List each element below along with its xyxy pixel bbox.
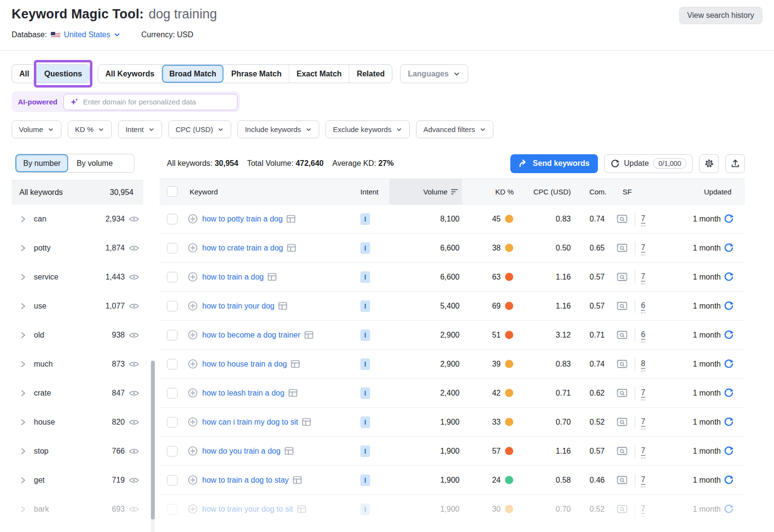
sidebar-scrollbar-thumb[interactable]: [151, 361, 155, 519]
chevron-right-icon[interactable]: [19, 418, 27, 426]
serp-preview-icon[interactable]: [287, 244, 296, 252]
eye-icon[interactable]: [129, 360, 139, 368]
keyword-group-item[interactable]: much 873: [12, 350, 143, 379]
serp-preview-icon[interactable]: [293, 476, 302, 484]
row-checkbox[interactable]: [167, 243, 178, 253]
row-checkbox[interactable]: [167, 446, 178, 457]
keyword-group-item[interactable]: use 1,077: [12, 292, 143, 321]
row-checkbox[interactable]: [167, 504, 178, 515]
column-header-volume[interactable]: Volume: [389, 179, 462, 204]
column-header-com[interactable]: Com.: [571, 179, 607, 204]
serp-features-button[interactable]: [617, 234, 627, 262]
database-selector[interactable]: United States: [64, 30, 110, 39]
serp-features-button[interactable]: [617, 350, 627, 378]
filter-dropdown[interactable]: Exclude keywords: [326, 120, 410, 138]
keyword-link[interactable]: how to train your dog to sit: [202, 505, 293, 514]
eye-icon[interactable]: [129, 302, 139, 310]
serp-preview-icon[interactable]: [302, 418, 311, 426]
update-button[interactable]: Update 0/1,000: [604, 154, 693, 173]
add-keyword-button[interactable]: [188, 466, 198, 494]
keyword-link[interactable]: how to house train a dog: [202, 360, 287, 369]
eye-icon[interactable]: [129, 215, 139, 223]
chevron-right-icon[interactable]: [19, 331, 27, 339]
add-keyword-button[interactable]: [188, 321, 198, 349]
keyword-group-item[interactable]: old 938: [12, 321, 143, 350]
keyword-link[interactable]: how to train a dog to stay: [202, 476, 289, 485]
eye-icon[interactable]: [129, 389, 139, 397]
refresh-metrics-button[interactable]: [724, 379, 734, 407]
keyword-group-item[interactable]: get 719: [12, 466, 143, 495]
serp-preview-icon[interactable]: [291, 360, 300, 368]
serp-preview-icon[interactable]: [284, 447, 294, 455]
keyword-link[interactable]: how to train a dog: [202, 273, 264, 281]
keyword-group-item[interactable]: potty 1,874: [12, 234, 143, 263]
eye-icon[interactable]: [129, 244, 139, 252]
chevron-right-icon[interactable]: [19, 389, 27, 397]
tab[interactable]: Phrase Match: [223, 65, 289, 83]
eye-icon[interactable]: [129, 476, 139, 484]
serp-features-button[interactable]: [617, 495, 627, 523]
keyword-group-item[interactable]: service 1,443: [12, 263, 143, 292]
domain-input[interactable]: [83, 98, 231, 106]
eye-icon[interactable]: [129, 505, 139, 513]
row-checkbox[interactable]: [167, 330, 178, 340]
column-header-kd[interactable]: KD %: [455, 179, 514, 204]
eye-icon[interactable]: [129, 447, 139, 455]
serp-preview-icon[interactable]: [297, 505, 306, 513]
add-keyword-button[interactable]: [188, 292, 198, 320]
add-keyword-button[interactable]: [188, 350, 198, 378]
chevron-right-icon[interactable]: [19, 360, 27, 368]
row-checkbox[interactable]: [167, 272, 178, 282]
chevron-right-icon[interactable]: [19, 215, 27, 223]
keyword-link[interactable]: how to potty train a dog: [202, 215, 283, 223]
send-keywords-button[interactable]: Send keywords: [510, 154, 597, 173]
eye-icon[interactable]: [129, 418, 139, 426]
chevron-right-icon[interactable]: [19, 505, 27, 513]
serp-features-button[interactable]: [617, 205, 627, 233]
keyword-group-item[interactable]: can 2,934: [12, 205, 143, 234]
chevron-right-icon[interactable]: [19, 447, 27, 455]
row-checkbox[interactable]: [167, 359, 178, 369]
tab[interactable]: Related: [349, 65, 392, 83]
serp-features-button[interactable]: [617, 263, 627, 291]
serp-features-button[interactable]: [617, 408, 627, 436]
filter-dropdown[interactable]: Intent: [118, 120, 162, 138]
serp-features-button[interactable]: [617, 321, 627, 349]
serp-preview-icon[interactable]: [288, 389, 298, 397]
tab[interactable]: Questions: [36, 65, 89, 83]
column-header-cpc[interactable]: CPC (USD): [518, 179, 571, 204]
filter-dropdown[interactable]: Volume: [12, 120, 61, 138]
serp-features-button[interactable]: [617, 292, 627, 320]
chevron-right-icon[interactable]: [19, 302, 27, 310]
keyword-group-item[interactable]: crate 847: [12, 379, 143, 408]
keyword-link[interactable]: how do you train a dog: [202, 447, 281, 456]
refresh-metrics-button[interactable]: [724, 466, 734, 494]
serp-preview-icon[interactable]: [268, 273, 277, 281]
all-keywords-row[interactable]: All keywords 30,954: [12, 180, 143, 205]
keyword-group-item[interactable]: stop 766: [12, 437, 143, 466]
keyword-link[interactable]: how to train your dog: [202, 302, 274, 310]
serp-features-button[interactable]: [617, 466, 627, 494]
sort-by-number-tab[interactable]: By number: [15, 154, 68, 172]
add-keyword-button[interactable]: [188, 263, 198, 291]
chevron-right-icon[interactable]: [19, 476, 27, 484]
serp-preview-icon[interactable]: [304, 331, 313, 339]
refresh-metrics-button[interactable]: [724, 263, 734, 291]
sort-by-volume-tab[interactable]: By volume: [68, 154, 120, 172]
languages-dropdown[interactable]: Languages: [400, 64, 468, 83]
domain-input-wrap[interactable]: [63, 94, 238, 110]
filter-dropdown[interactable]: Include keywords: [238, 120, 319, 138]
row-checkbox[interactable]: [167, 417, 178, 428]
filter-dropdown[interactable]: CPC (USD): [168, 120, 232, 138]
refresh-metrics-button[interactable]: [724, 292, 734, 320]
tab[interactable]: All Keywords: [98, 65, 162, 83]
keyword-link[interactable]: how to crate train a dog: [202, 244, 283, 252]
serp-preview-icon[interactable]: [278, 302, 287, 310]
serp-features-button[interactable]: [617, 437, 627, 465]
filter-dropdown[interactable]: KD %: [68, 120, 112, 138]
add-keyword-button[interactable]: [188, 205, 198, 233]
refresh-metrics-button[interactable]: [724, 234, 734, 262]
keyword-link[interactable]: how to leash train a dog: [202, 389, 284, 398]
serp-preview-icon[interactable]: [286, 215, 296, 223]
refresh-metrics-button[interactable]: [724, 350, 734, 378]
